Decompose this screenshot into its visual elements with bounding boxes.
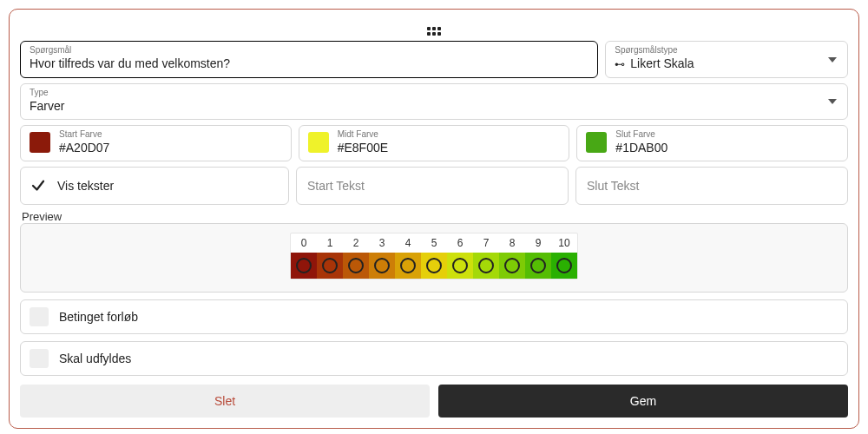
delete-button-label: Slet — [214, 394, 235, 408]
scale-number: 1 — [317, 233, 343, 253]
scale-cell[interactable] — [551, 253, 577, 279]
mid-color-label: Midt Farve — [338, 129, 561, 140]
required-label: Skal udfyldes — [59, 352, 131, 365]
start-color-swatch — [30, 132, 50, 153]
end-text-input[interactable]: Slut Tekst — [575, 167, 848, 205]
scale-cell[interactable] — [499, 253, 525, 279]
end-color-value: #1DAB00 — [615, 140, 838, 155]
scale-cell[interactable] — [447, 253, 473, 279]
conditional-flow-toggle[interactable]: Betinget forløb — [20, 299, 848, 334]
scale-cell[interactable] — [421, 253, 447, 279]
save-button[interactable]: Gem — [438, 385, 848, 418]
question-value: Hvor tilfreds var du med velkomsten? — [30, 56, 589, 71]
scale-cell[interactable] — [369, 253, 395, 279]
scale-number: 7 — [473, 233, 499, 253]
scale-number: 10 — [551, 233, 577, 253]
scale-number: 0 — [291, 233, 317, 253]
scale-number: 8 — [499, 233, 525, 253]
scale-cell[interactable] — [525, 253, 551, 279]
scale-number: 5 — [421, 233, 447, 253]
end-text-placeholder: Slut Tekst — [587, 179, 639, 193]
mid-color-field[interactable]: Midt Farve #E8F00E — [299, 125, 570, 161]
scale-cell[interactable] — [317, 253, 343, 279]
end-color-field[interactable]: Slut Farve #1DAB00 — [576, 125, 848, 161]
start-text-placeholder: Start Tekst — [307, 179, 365, 193]
scale-number: 4 — [395, 233, 421, 253]
type-select[interactable]: Type Farver — [20, 83, 848, 120]
drag-handle[interactable] — [20, 18, 848, 36]
question-editor-card: Spørgsmål Hvor tilfreds var du med velko… — [9, 9, 859, 429]
scale-number: 2 — [343, 233, 369, 253]
scale-number: 6 — [447, 233, 473, 253]
type-label: Type — [30, 88, 838, 98]
show-texts-toggle[interactable]: Vis tekster — [20, 167, 289, 205]
scale-cell[interactable] — [473, 253, 499, 279]
unchecked-box-icon — [30, 307, 49, 326]
scale-cell[interactable] — [395, 253, 421, 279]
required-toggle[interactable]: Skal udfyldes — [20, 341, 848, 376]
mid-color-value: #E8F00E — [338, 140, 561, 155]
show-texts-label: Vis tekster — [57, 179, 114, 193]
type-value: Farver — [30, 98, 838, 114]
unchecked-box-icon — [30, 349, 49, 368]
start-color-value: #A20D07 — [59, 140, 282, 155]
end-color-swatch — [586, 132, 607, 153]
delete-button[interactable]: Slet — [20, 385, 430, 418]
check-icon — [30, 177, 47, 194]
question-type-select[interactable]: Spørgsmålstype ⊷Likert Skala — [605, 41, 848, 78]
preview-label: Preview — [22, 210, 848, 223]
scale-cell[interactable] — [291, 253, 317, 279]
likert-icon: ⊷ — [615, 56, 627, 72]
mid-color-swatch — [308, 132, 329, 153]
likert-scale: 012345678910 — [290, 233, 578, 279]
question-type-label: Spørgsmålstype — [615, 45, 838, 56]
conditional-flow-label: Betinget forløb — [59, 310, 138, 324]
end-color-label: Slut Farve — [615, 129, 838, 140]
start-text-input[interactable]: Start Tekst — [296, 167, 569, 205]
scale-number: 9 — [525, 233, 551, 253]
question-input[interactable]: Spørgsmål Hvor tilfreds var du med velko… — [20, 41, 598, 78]
question-label: Spørgsmål — [30, 45, 589, 56]
save-button-label: Gem — [630, 394, 656, 408]
scale-cell[interactable] — [343, 253, 369, 279]
question-type-value: Likert Skala — [630, 56, 694, 70]
preview-box: 012345678910 — [20, 223, 848, 293]
start-color-label: Start Farve — [59, 129, 282, 140]
drag-icon — [427, 27, 441, 36]
scale-number: 3 — [369, 233, 395, 253]
start-color-field[interactable]: Start Farve #A20D07 — [20, 125, 292, 161]
